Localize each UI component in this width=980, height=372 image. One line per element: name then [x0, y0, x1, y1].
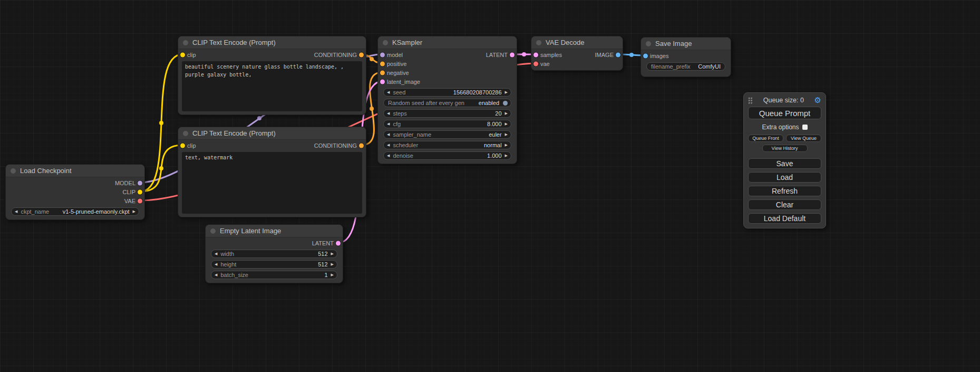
- extra-options-checkbox[interactable]: [802, 125, 808, 130]
- decrement-arrow-icon[interactable]: ◀: [387, 133, 390, 137]
- load-button[interactable]: Load: [748, 172, 821, 183]
- decrement-arrow-icon[interactable]: ◀: [387, 122, 390, 126]
- prompt-text-input[interactable]: text, watermark: [182, 152, 362, 214]
- denoise-widget[interactable]: ◀ denoise 1.000 ▶: [383, 151, 511, 160]
- increment-arrow-icon[interactable]: ▶: [505, 112, 508, 116]
- load-default-button[interactable]: Load Default: [748, 213, 821, 224]
- node-ksampler[interactable]: KSampler model LATENT positive negative …: [377, 36, 517, 164]
- increment-arrow-icon[interactable]: ▶: [331, 252, 334, 256]
- increment-arrow-icon[interactable]: ▶: [505, 91, 508, 94]
- view-queue-button[interactable]: View Queue: [786, 135, 821, 142]
- height-widget[interactable]: ◀ height 512 ▶: [211, 260, 337, 269]
- view-history-button[interactable]: View History: [762, 145, 808, 152]
- queue-front-button[interactable]: Queue Front: [748, 135, 783, 142]
- save-button[interactable]: Save: [748, 158, 821, 169]
- output-port-latent[interactable]: [336, 241, 341, 245]
- port-row: vae: [531, 59, 623, 68]
- output-row: MODEL: [6, 178, 144, 187]
- input-port-samples[interactable]: [533, 52, 538, 57]
- node-title: KSampler: [392, 39, 422, 46]
- output-port-vae[interactable]: [138, 198, 142, 203]
- node-title-bar[interactable]: Save Image: [641, 37, 731, 50]
- collapse-toggle-dot[interactable]: [210, 228, 216, 234]
- collapse-toggle-dot[interactable]: [11, 168, 16, 174]
- input-port-clip[interactable]: [180, 143, 185, 148]
- random-seed-toggle-widget[interactable]: Random seed after every gen enabled: [383, 99, 511, 107]
- output-port-latent[interactable]: [510, 52, 515, 57]
- node-load-checkpoint[interactable]: Load Checkpoint MODEL CLIP VAE ◀ ckpt_na…: [5, 164, 145, 220]
- ckpt-name-widget[interactable]: ◀ ckpt_name v1-5-pruned-emaonly.ckpt ▶: [11, 207, 139, 216]
- widget-value: 512: [318, 251, 327, 257]
- output-port-model[interactable]: [138, 180, 142, 185]
- widget-value: enabled: [479, 100, 499, 106]
- settings-gear-icon[interactable]: ⚙: [814, 97, 821, 104]
- output-port-image[interactable]: [616, 52, 620, 57]
- filename-prefix-widget[interactable]: filename_prefix ComfyUI: [646, 62, 725, 71]
- cfg-widget[interactable]: ◀ cfg 8.000 ▶: [383, 120, 511, 128]
- decrement-arrow-icon[interactable]: ◀: [15, 210, 17, 214]
- increment-arrow-icon[interactable]: ▶: [133, 210, 135, 214]
- decrement-arrow-icon[interactable]: ◀: [387, 91, 390, 94]
- toggle-on-dot[interactable]: [503, 101, 508, 106]
- node-clip-text-encode-negative[interactable]: CLIP Text Encode (Prompt) clip CONDITION…: [178, 127, 366, 217]
- decrement-arrow-icon[interactable]: ◀: [387, 112, 390, 116]
- output-row: LATENT: [206, 239, 343, 247]
- input-port-images[interactable]: [643, 53, 648, 58]
- input-port-positive[interactable]: [380, 61, 385, 66]
- increment-arrow-icon[interactable]: ▶: [331, 273, 334, 277]
- output-port-clip[interactable]: [138, 189, 142, 194]
- queue-prompt-button[interactable]: Queue Prompt: [748, 107, 821, 119]
- refresh-button[interactable]: Refresh: [748, 186, 821, 196]
- increment-arrow-icon[interactable]: ▶: [505, 122, 508, 126]
- collapse-toggle-dot[interactable]: [183, 40, 188, 45]
- input-port-clip[interactable]: [180, 52, 185, 57]
- decrement-arrow-icon[interactable]: ◀: [387, 154, 390, 158]
- width-widget[interactable]: ◀ width 512 ▶: [211, 250, 337, 258]
- node-title-bar[interactable]: VAE Decode: [531, 36, 623, 49]
- collapse-toggle-dot[interactable]: [383, 40, 388, 45]
- port-row: model LATENT: [378, 50, 517, 59]
- output-port-conditioning[interactable]: [359, 143, 364, 148]
- node-clip-text-encode-positive[interactable]: CLIP Text Encode (Prompt) clip CONDITION…: [178, 36, 366, 115]
- port-row: positive: [378, 59, 517, 68]
- input-port-negative[interactable]: [380, 70, 385, 75]
- increment-arrow-icon[interactable]: ▶: [505, 154, 508, 158]
- scheduler-widget[interactable]: ◀ scheduler normal ▶: [383, 141, 511, 149]
- decrement-arrow-icon[interactable]: ◀: [215, 252, 217, 256]
- increment-arrow-icon[interactable]: ▶: [505, 144, 508, 147]
- widget-label: denoise: [393, 152, 413, 159]
- prompt-text-input[interactable]: beautiful scenery nature glass bottle la…: [182, 61, 362, 111]
- seed-widget[interactable]: ◀ seed 156680208700286 ▶: [383, 88, 511, 97]
- menu-drag-handle-icon[interactable]: [748, 97, 753, 104]
- input-port-latent-image[interactable]: [380, 79, 385, 84]
- decrement-arrow-icon[interactable]: ◀: [215, 263, 217, 266]
- node-vae-decode[interactable]: VAE Decode samples IMAGE vae: [531, 36, 623, 71]
- node-save-image[interactable]: Save Image images filename_prefix ComfyU…: [641, 37, 731, 77]
- collapse-toggle-dot[interactable]: [536, 40, 541, 45]
- node-title-bar[interactable]: CLIP Text Encode (Prompt): [178, 36, 366, 49]
- widget-label: height: [220, 261, 236, 268]
- sampler-name-widget[interactable]: ◀ sampler_name euler ▶: [383, 130, 511, 139]
- decrement-arrow-icon[interactable]: ◀: [387, 144, 390, 147]
- batch-size-widget[interactable]: ◀ batch_size 1 ▶: [211, 271, 337, 279]
- graph-canvas[interactable]: Load Checkpoint MODEL CLIP VAE ◀ ckpt_na…: [0, 0, 980, 372]
- increment-arrow-icon[interactable]: ▶: [505, 133, 508, 137]
- node-title-bar[interactable]: KSampler: [378, 36, 517, 49]
- collapse-toggle-dot[interactable]: [646, 41, 651, 46]
- node-title: CLIP Text Encode (Prompt): [192, 129, 276, 137]
- input-port-vae[interactable]: [533, 61, 538, 66]
- node-title-bar[interactable]: CLIP Text Encode (Prompt): [178, 127, 366, 140]
- clear-button[interactable]: Clear: [748, 199, 821, 210]
- increment-arrow-icon[interactable]: ▶: [331, 263, 334, 266]
- input-port-model[interactable]: [380, 52, 385, 57]
- steps-widget[interactable]: ◀ steps 20 ▶: [383, 109, 511, 118]
- node-title: Save Image: [655, 40, 692, 47]
- node-title-bar[interactable]: Load Checkpoint: [6, 165, 144, 177]
- decrement-arrow-icon[interactable]: ◀: [215, 273, 217, 277]
- node-title-bar[interactable]: Empty Latent Image: [206, 225, 343, 237]
- queue-size-label: Queue size: 0: [753, 97, 814, 104]
- input-label-clip: clip: [187, 142, 196, 149]
- node-empty-latent-image[interactable]: Empty Latent Image LATENT ◀ width 512 ▶ …: [205, 224, 343, 283]
- collapse-toggle-dot[interactable]: [183, 131, 188, 136]
- output-port-conditioning[interactable]: [359, 52, 364, 57]
